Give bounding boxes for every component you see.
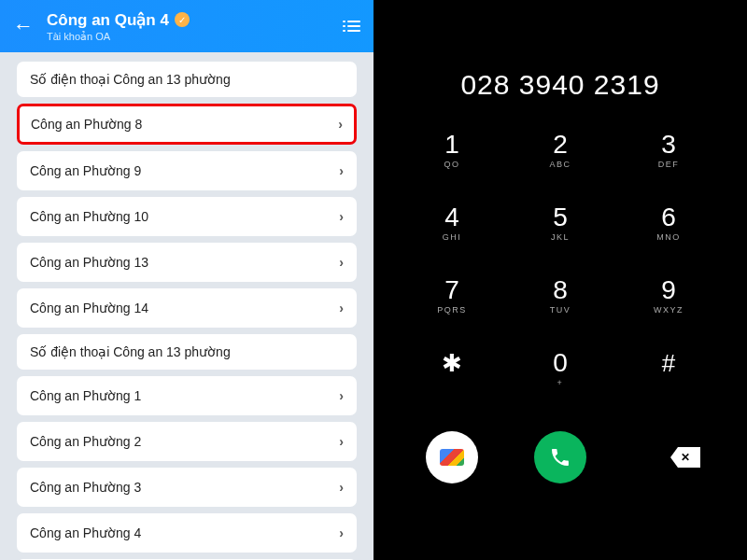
chat-header: ← Công an Quận 4 ✓ Tài khoản OA <box>0 0 374 52</box>
backspace-icon: ✕ <box>670 447 700 468</box>
chat-panel: ← Công an Quận 4 ✓ Tài khoản OA Số điện … <box>0 0 374 560</box>
dial-key-letters: WXYZ <box>627 305 710 315</box>
chevron-right-icon: › <box>338 117 343 132</box>
dialer-panel: 028 3940 2319 1QO2ABC3DEF4GHI5JKL6MNO7PQ… <box>374 0 747 560</box>
dial-key-#[interactable]: # <box>627 349 710 407</box>
dialer-bottom-row: ✕ <box>411 431 710 483</box>
list-item-label: Công an Phường 9 <box>30 163 141 178</box>
chat-title: Công an Quận 4 <box>47 10 169 30</box>
dial-key-digit: 2 <box>519 131 601 159</box>
video-call-button[interactable] <box>426 431 478 483</box>
chat-scroll[interactable]: Số điện thoại Công an 13 phườngCông an P… <box>0 52 374 560</box>
group-header: Số điện thoại Công an 13 phường <box>17 62 357 97</box>
dial-key-digit: 4 <box>411 203 493 231</box>
list-item-label: Công an Phường 14 <box>30 301 148 315</box>
dial-key-2[interactable]: 2ABC <box>519 131 601 189</box>
dial-key-digit: 6 <box>627 203 710 231</box>
dial-key-digit: 3 <box>627 131 710 159</box>
dial-key-digit: 1 <box>411 131 493 159</box>
dial-key-digit: 8 <box>519 276 601 304</box>
list-item-label: Công an Phường 3 <box>30 480 141 495</box>
call-button[interactable] <box>534 431 586 483</box>
dial-key-7[interactable]: 7PQRS <box>411 276 493 334</box>
list-item-label: Công an Phường 8 <box>31 117 142 132</box>
verified-badge-icon: ✓ <box>175 12 190 27</box>
list-item-label: Công an Phường 13 <box>30 255 148 270</box>
menu-list-icon[interactable] <box>347 21 360 32</box>
list-item-label: Công an Phường 1 <box>30 388 141 403</box>
list-item-label: Công an Phường 2 <box>30 434 141 449</box>
chevron-right-icon: › <box>339 163 344 178</box>
dial-key-digit: ✱ <box>411 349 493 377</box>
dial-key-1[interactable]: 1QO <box>411 131 493 189</box>
dial-key-letters: GHI <box>411 232 493 242</box>
dial-key-4[interactable]: 4GHI <box>411 203 493 261</box>
header-title-block: Công an Quận 4 ✓ Tài khoản OA <box>47 10 347 43</box>
dial-key-letters: QO <box>411 160 493 169</box>
dialed-number: 028 3940 2319 <box>460 69 659 101</box>
chevron-right-icon: › <box>339 209 344 224</box>
list-item[interactable]: Công an Phường 3› <box>17 468 357 507</box>
dial-pad: 1QO2ABC3DEF4GHI5JKL6MNO7PQRS8TUV9WXYZ✱0+… <box>411 131 710 407</box>
dial-key-3[interactable]: 3DEF <box>627 131 710 189</box>
dial-key-5[interactable]: 5JKL <box>519 203 601 261</box>
chevron-right-icon: › <box>339 525 344 540</box>
dial-key-letters: + <box>519 378 601 387</box>
chevron-right-icon: › <box>339 480 344 495</box>
dial-key-letters: TUV <box>519 305 601 315</box>
list-item[interactable]: Công an Phường 10› <box>17 197 357 236</box>
chat-subtitle: Tài khoản OA <box>47 31 347 43</box>
phone-icon <box>549 446 571 469</box>
dial-key-0[interactable]: 0+ <box>519 349 601 407</box>
list-item[interactable]: Công an Phường 14› <box>17 288 357 328</box>
dial-key-digit: 9 <box>627 276 710 304</box>
dial-key-9[interactable]: 9WXYZ <box>627 276 710 334</box>
dial-key-6[interactable]: 6MNO <box>627 203 710 261</box>
chevron-right-icon: › <box>339 388 344 403</box>
dial-key-digit: 0 <box>519 349 601 377</box>
chevron-right-icon: › <box>339 301 344 315</box>
dial-key-digit: # <box>627 349 710 377</box>
dial-key-✱[interactable]: ✱ <box>411 349 493 407</box>
back-button[interactable]: ← <box>13 14 34 38</box>
chevron-right-icon: › <box>339 434 344 449</box>
dial-key-letters: PQRS <box>411 305 493 315</box>
list-item[interactable]: Công an Phường 2› <box>17 422 357 461</box>
dial-key-letters: JKL <box>519 232 601 242</box>
video-camera-icon <box>440 449 464 466</box>
dial-key-8[interactable]: 8TUV <box>519 276 601 334</box>
chevron-right-icon: › <box>339 255 344 270</box>
list-item-label: Công an Phường 4 <box>30 525 141 540</box>
group-header: Số điện thoại Công an 13 phường <box>17 334 357 370</box>
dial-key-letters: MNO <box>627 232 710 242</box>
list-item[interactable]: Công an Phường 9› <box>17 151 357 190</box>
list-item[interactable]: Công an Phường 13› <box>17 243 357 282</box>
dial-key-digit: 7 <box>411 276 493 304</box>
list-item-label: Công an Phường 10 <box>30 209 148 224</box>
dial-key-letters: DEF <box>627 160 710 169</box>
list-item[interactable]: Công an Phường 8› <box>17 104 357 145</box>
dial-key-letters: ABC <box>519 160 601 169</box>
list-item[interactable]: Công an Phường 4› <box>17 513 357 553</box>
backspace-button[interactable]: ✕ <box>627 447 710 468</box>
dial-key-digit: 5 <box>519 203 601 231</box>
list-item[interactable]: Công an Phường 1› <box>17 376 357 415</box>
